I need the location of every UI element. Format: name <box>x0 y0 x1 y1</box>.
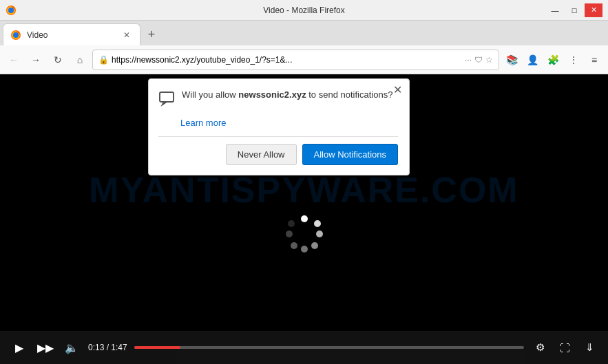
minimize-button[interactable]: — <box>546 3 564 17</box>
video-controls: ▶ ▶▶ 🔈 0:13 / 1:47 ⚙ ⛶ ⇓ <box>0 331 608 364</box>
library-button[interactable]: 📚 <box>502 50 521 69</box>
navbar: ← → ↻ ⌂ 🔒 https://newssonic2.xyz/youtube… <box>0 45 608 74</box>
popup-buttons: Never Allow Allow Notifications <box>158 136 398 165</box>
titlebar: Video - Mozilla Firefox — □ ✕ <box>0 0 608 21</box>
svg-rect-12 <box>160 92 174 102</box>
video-content: MYANTISPYWARE.COM ✕ Wil <box>0 74 608 364</box>
menu-button[interactable]: ≡ <box>585 50 604 69</box>
popup-site: newssonic2.xyz <box>238 89 306 100</box>
back-button[interactable]: ← <box>4 50 23 69</box>
popup-message-suffix: to send notifications? <box>306 89 393 100</box>
maximize-button[interactable]: □ <box>565 3 583 17</box>
address-text: https://newssonic2.xyz/youtube_video_1/?… <box>112 55 462 65</box>
svg-point-3 <box>13 32 19 38</box>
fullscreen-button[interactable]: ⛶ <box>556 339 574 356</box>
svg-point-6 <box>316 231 323 237</box>
lock-icon: 🔒 <box>98 55 109 65</box>
svg-point-8 <box>301 246 308 253</box>
shield-icon: 🛡 <box>474 55 483 65</box>
addons-button[interactable]: 🧩 <box>543 50 563 69</box>
svg-point-1 <box>8 8 14 13</box>
tabbar: Video ✕ + <box>0 21 608 45</box>
forward-button[interactable]: → <box>26 50 45 69</box>
popup-message: Will you allow newssonic2.xyz to send no… <box>182 89 392 101</box>
tab-favicon <box>10 30 21 41</box>
svg-point-11 <box>288 220 295 227</box>
time-display: 0:13 / 1:47 <box>88 343 127 352</box>
reload-button[interactable]: ↻ <box>48 50 67 69</box>
popup-close-button[interactable]: ✕ <box>393 85 402 96</box>
allow-notifications-button[interactable]: Allow Notifications <box>302 144 399 165</box>
active-tab[interactable]: Video ✕ <box>3 23 140 45</box>
close-window-button[interactable]: ✕ <box>585 3 602 17</box>
titlebar-left <box>6 5 17 16</box>
volume-button[interactable]: 🔈 <box>62 338 81 357</box>
toolbar-right: 📚 👤 🧩 ⋮ ≡ <box>502 50 604 69</box>
more-icon: ··· <box>465 55 472 65</box>
tab-label: Video <box>27 30 115 40</box>
play-button[interactable]: ▶ <box>10 338 29 357</box>
progress-fill <box>134 346 180 349</box>
svg-point-10 <box>286 231 293 237</box>
address-bar[interactable]: 🔒 https://newssonic2.xyz/youtube_video_1… <box>92 50 499 70</box>
popup-header: Will you allow newssonic2.xyz to send no… <box>158 89 398 111</box>
tab-close-button[interactable]: ✕ <box>120 29 133 41</box>
firefox-icon <box>6 5 17 16</box>
svg-point-5 <box>314 220 321 227</box>
bookmark-icon: ☆ <box>485 55 493 65</box>
never-allow-button[interactable]: Never Allow <box>226 144 297 165</box>
new-tab-button[interactable]: + <box>142 25 161 44</box>
svg-point-4 <box>301 215 308 222</box>
home-button[interactable]: ⌂ <box>70 50 90 69</box>
svg-point-7 <box>311 242 318 249</box>
download-button[interactable]: ⇓ <box>580 339 598 356</box>
notification-icon <box>158 90 175 111</box>
next-button[interactable]: ▶▶ <box>36 338 55 357</box>
watermark: MYANTISPYWARE.COM <box>89 169 518 211</box>
settings-button[interactable]: ⚙ <box>531 339 549 356</box>
window-title: Video - Mozilla Firefox <box>263 6 345 15</box>
window-controls[interactable]: — □ ✕ <box>546 3 602 17</box>
svg-point-9 <box>291 242 297 249</box>
sync-button[interactable]: 👤 <box>523 50 542 69</box>
notification-popup: ✕ Will you allow newssonic2.xyz to send … <box>148 78 410 175</box>
popup-message-prefix: Will you allow <box>182 89 238 100</box>
learn-more-link[interactable]: Learn more <box>180 118 398 128</box>
more-tools-button[interactable]: ⋮ <box>564 50 583 69</box>
progress-bar[interactable] <box>134 346 524 349</box>
loading-spinner <box>284 213 325 255</box>
